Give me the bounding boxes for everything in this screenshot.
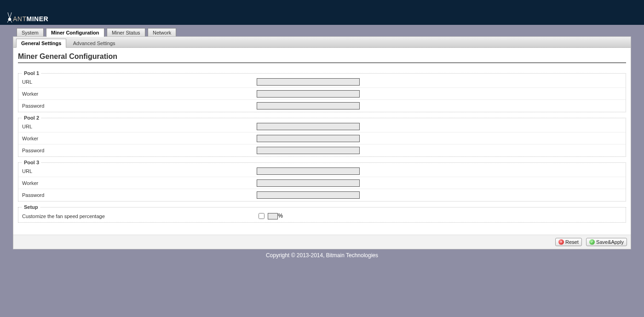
pool-3-password-row: Password: [18, 189, 626, 201]
pool-3-fieldset: Pool 3 URL Worker Password: [18, 160, 626, 202]
ant-icon: [6, 12, 14, 23]
pool-3-worker-input[interactable]: [257, 179, 360, 187]
tab-network[interactable]: Network: [148, 28, 176, 37]
pool-2-password-row: Password: [18, 144, 626, 156]
setup-legend: Setup: [22, 204, 40, 210]
page-title-wrap: Miner General Configuration: [13, 48, 631, 66]
pool-1-legend: Pool 1: [22, 70, 41, 76]
save-apply-button[interactable]: Save&Apply: [586, 238, 627, 246]
pool-2-url-label: URL: [22, 124, 257, 129]
pool-3-url-label: URL: [22, 168, 257, 174]
pool-2-password-label: Password: [22, 148, 257, 153]
setup-fan-row: Customize the fan speed percentage %: [18, 210, 626, 222]
pool-2-password-input[interactable]: [257, 147, 360, 154]
title-divider: [18, 63, 626, 63]
pool-1-password-row: Password: [18, 100, 626, 112]
pool-1-fieldset: Pool 1 URL Worker Password: [18, 70, 626, 112]
cancel-icon: [558, 239, 564, 245]
pool-1-password-label: Password: [22, 103, 257, 109]
pool-2-fieldset: Pool 2 URL Worker Password: [18, 115, 626, 157]
content-area: Pool 1 URL Worker Password Pool 2 URL W: [13, 66, 631, 235]
pool-3-password-input[interactable]: [257, 191, 360, 199]
pool-2-url-input[interactable]: [257, 123, 360, 130]
logo-text-ant: ANT: [13, 15, 27, 23]
page-title: Miner General Configuration: [18, 52, 626, 61]
pool-1-worker-label: Worker: [22, 91, 257, 97]
setup-fieldset: Setup Customize the fan speed percentage…: [18, 204, 626, 223]
tab-miner-configuration[interactable]: Miner Configuration: [46, 28, 104, 37]
subtab-advanced-settings[interactable]: Advanced Settings: [68, 39, 121, 47]
pool-2-url-row: URL: [18, 121, 626, 133]
copyright: Copyright © 2013-2014, Bitmain Technolog…: [0, 249, 644, 259]
logo: ANTMINER: [6, 12, 48, 22]
pool-2-worker-row: Worker: [18, 133, 626, 144]
pool-3-worker-row: Worker: [18, 177, 626, 189]
reset-button-label: Reset: [565, 239, 579, 245]
pool-1-worker-row: Worker: [18, 88, 626, 100]
pool-2-worker-label: Worker: [22, 136, 257, 141]
pool-1-url-label: URL: [22, 79, 257, 85]
footer-bar: Reset Save&Apply: [13, 235, 631, 249]
pool-1-password-input[interactable]: [257, 102, 360, 110]
pool-2-legend: Pool 2: [22, 115, 41, 121]
pool-1-worker-input[interactable]: [257, 90, 360, 98]
logo-text-miner: MINER: [27, 15, 49, 23]
pool-3-url-input[interactable]: [257, 167, 360, 175]
pool-3-url-row: URL: [18, 165, 626, 177]
logo-text: ANTMINER: [13, 16, 48, 22]
sub-tabs: General Settings Advanced Settings: [13, 37, 631, 48]
pool-1-url-input[interactable]: [257, 78, 360, 86]
percent-sign: %: [278, 213, 283, 219]
fan-speed-checkbox[interactable]: [259, 213, 264, 219]
main-tabs: System Miner Configuration Miner Status …: [0, 25, 644, 36]
pool-2-worker-input[interactable]: [257, 135, 360, 142]
fan-speed-input[interactable]: [268, 213, 278, 219]
save-apply-button-label: Save&Apply: [596, 239, 624, 245]
pool-3-legend: Pool 3: [22, 160, 41, 165]
header-bar: ANTMINER: [0, 0, 644, 25]
check-icon: [589, 239, 595, 245]
pool-3-worker-label: Worker: [22, 180, 257, 186]
tab-system[interactable]: System: [17, 28, 44, 37]
pool-3-password-label: Password: [22, 192, 257, 198]
main-container: General Settings Advanced Settings Miner…: [13, 36, 631, 249]
setup-fan-label: Customize the fan speed percentage: [22, 213, 257, 219]
tab-miner-status[interactable]: Miner Status: [107, 28, 145, 37]
reset-button[interactable]: Reset: [555, 238, 582, 246]
copyright-text: Copyright © 2013-2014, Bitmain Technolog…: [266, 252, 378, 259]
subtab-general-settings[interactable]: General Settings: [16, 39, 66, 48]
pool-1-url-row: URL: [18, 76, 626, 88]
